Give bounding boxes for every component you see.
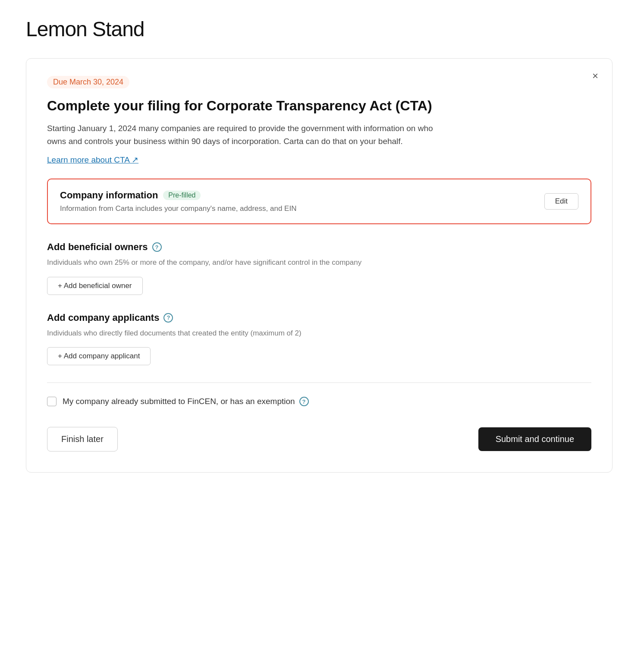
fincen-checkbox-row: My company already submitted to FinCEN, …	[47, 397, 591, 406]
card-title: Complete your filing for Corporate Trans…	[47, 97, 591, 115]
app-title: Lemon Stand	[26, 17, 618, 41]
company-info-title: Company information	[60, 190, 158, 201]
edit-company-info-button[interactable]: Edit	[544, 193, 578, 210]
close-button[interactable]: ×	[591, 69, 600, 83]
finish-later-button[interactable]: Finish later	[47, 427, 118, 451]
beneficial-owners-title: Add beneficial owners	[47, 241, 148, 253]
beneficial-owners-section: Add beneficial owners ? Individuals who …	[47, 241, 591, 295]
fincen-checkbox-label: My company already submitted to FinCEN, …	[63, 397, 309, 406]
fincen-help-icon[interactable]: ?	[299, 397, 309, 406]
fincen-checkbox[interactable]	[47, 397, 57, 406]
company-applicants-help-icon[interactable]: ?	[163, 313, 173, 323]
company-info-subtitle: Information from Carta includes your com…	[60, 204, 296, 213]
company-info-left: Company information Pre-filled Informati…	[60, 190, 296, 213]
company-applicants-title: Add company applicants	[47, 312, 159, 323]
footer-row: Finish later Submit and continue	[47, 427, 591, 451]
main-card: × Due March 30, 2024 Complete your filin…	[26, 58, 613, 473]
submit-continue-button[interactable]: Submit and continue	[478, 427, 591, 451]
pre-filled-badge: Pre-filled	[163, 191, 201, 200]
company-info-box: Company information Pre-filled Informati…	[47, 179, 591, 224]
company-applicants-section: Add company applicants ? Individuals who…	[47, 312, 591, 366]
company-applicants-description: Individuals who directly filed documents…	[47, 328, 591, 339]
company-applicants-header: Add company applicants ?	[47, 312, 591, 323]
due-badge: Due March 30, 2024	[47, 76, 129, 88]
company-info-header: Company information Pre-filled	[60, 190, 296, 201]
beneficial-owners-help-icon[interactable]: ?	[152, 242, 162, 252]
beneficial-owners-description: Individuals who own 25% or more of the c…	[47, 257, 591, 268]
beneficial-owners-header: Add beneficial owners ?	[47, 241, 591, 253]
learn-more-link[interactable]: Learn more about CTA ↗	[47, 155, 138, 165]
add-company-applicant-button[interactable]: + Add company applicant	[47, 347, 151, 365]
add-beneficial-owner-button[interactable]: + Add beneficial owner	[47, 277, 143, 295]
card-description: Starting January 1, 2024 many companies …	[47, 122, 435, 148]
divider	[47, 382, 591, 383]
